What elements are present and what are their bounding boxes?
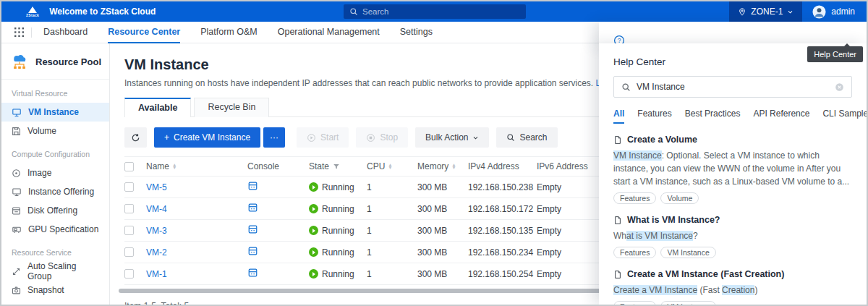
vm-name-link[interactable]: VM-5 bbox=[146, 182, 167, 192]
bulk-action-button[interactable]: Bulk Action bbox=[415, 127, 489, 148]
console-icon[interactable] bbox=[247, 203, 258, 213]
user-menu[interactable]: admin bbox=[802, 5, 867, 19]
clear-search-icon[interactable] bbox=[835, 82, 844, 92]
help-result: Create a VM Instance (Fast Creation) Cre… bbox=[613, 269, 852, 305]
tag[interactable]: Features bbox=[613, 301, 656, 305]
tag[interactable]: Features bbox=[613, 192, 656, 204]
help-center-panel: Help Center All Features Best Practices … bbox=[599, 43, 867, 305]
zone-selector[interactable]: ZONE-1 bbox=[729, 1, 802, 22]
vm-name-link[interactable]: VM-4 bbox=[146, 204, 167, 214]
filter-funnel-icon[interactable] bbox=[333, 163, 340, 170]
tag[interactable]: VM Instance bbox=[660, 247, 715, 258]
zstack-logo-text: ZStack bbox=[26, 14, 39, 17]
auto-scaling-icon bbox=[12, 267, 21, 276]
sidebar-item-instance-offering[interactable]: Instance Offering bbox=[1, 182, 109, 201]
help-tabs: All Features Best Practices API Referenc… bbox=[613, 109, 852, 124]
console-icon[interactable] bbox=[247, 224, 258, 234]
memory-value: 300 MB bbox=[417, 269, 468, 279]
select-all-checkbox[interactable] bbox=[124, 162, 134, 171]
stop-label: Stop bbox=[380, 132, 398, 143]
column-header-memory: Memory bbox=[417, 161, 448, 171]
help-search-box bbox=[613, 76, 852, 98]
vm-name-link[interactable]: VM-2 bbox=[146, 247, 167, 258]
resource-pool-header[interactable]: Resource Pool bbox=[1, 51, 109, 80]
resource-pool-label: Resource Pool bbox=[35, 56, 101, 67]
vm-name-link[interactable]: VM-1 bbox=[146, 269, 167, 279]
nav-item-dashboard[interactable]: Dashboard bbox=[43, 22, 88, 43]
username-label: admin bbox=[831, 7, 855, 17]
sidebar-item-label: GPU Specification bbox=[28, 224, 98, 234]
sidebar-item-disk-offering[interactable]: Disk Offering bbox=[1, 201, 109, 220]
welcome-text: Welcome to ZStack Cloud bbox=[49, 7, 156, 17]
sidebar-item-volume[interactable]: Volume bbox=[1, 122, 109, 140]
tag[interactable]: Volume bbox=[660, 192, 699, 204]
help-result-title: What is VM Instance? bbox=[627, 215, 720, 225]
sort-icon[interactable]: ▲▼ bbox=[172, 163, 176, 169]
tab-available[interactable]: Available bbox=[124, 98, 191, 117]
help-result-link[interactable]: Create a Volume bbox=[613, 135, 852, 145]
disk-offering-icon bbox=[12, 206, 21, 216]
sort-icon[interactable]: ▲▼ bbox=[451, 163, 456, 169]
tag[interactable]: VM Instance bbox=[660, 301, 715, 305]
refresh-button[interactable] bbox=[124, 127, 147, 148]
help-tab-cli-samples[interactable]: CLI Samples bbox=[822, 109, 867, 124]
running-state-icon bbox=[309, 226, 318, 235]
sidebar-item-gpu-specification[interactable]: GPU Specification bbox=[1, 220, 109, 239]
ipv4-value: 192.168.150.172 bbox=[468, 204, 537, 214]
zstack-logo[interactable]: ZStack bbox=[26, 7, 39, 17]
sidebar-item-snapshot[interactable]: Snapshot bbox=[1, 281, 109, 299]
sidebar-item-affinity-group[interactable]: Affinity Group bbox=[1, 299, 109, 306]
nav-item-resource-center[interactable]: Resource Center bbox=[108, 22, 180, 43]
console-icon[interactable] bbox=[247, 268, 258, 278]
help-tab-all[interactable]: All bbox=[613, 109, 624, 124]
search-icon bbox=[349, 7, 358, 16]
row-checkbox[interactable] bbox=[124, 226, 134, 235]
memory-value: 300 MB bbox=[417, 182, 468, 192]
row-checkbox[interactable] bbox=[124, 182, 134, 192]
stop-button[interactable]: Stop bbox=[356, 127, 408, 148]
row-checkbox[interactable] bbox=[124, 204, 134, 213]
sidebar-item-image[interactable]: Image bbox=[1, 163, 109, 182]
create-vm-instance-button[interactable]: + Create VM Instance bbox=[154, 127, 260, 148]
help-result-link[interactable]: Create a VM Instance (Fast Creation) bbox=[613, 269, 852, 279]
page-description-text: Instances running on hosts have independ… bbox=[124, 78, 593, 88]
state-label: Running bbox=[322, 226, 354, 236]
stop-icon bbox=[366, 133, 375, 143]
help-tab-api-reference[interactable]: API Reference bbox=[753, 109, 809, 124]
state-label: Running bbox=[322, 247, 354, 258]
help-tab-features[interactable]: Features bbox=[637, 109, 671, 124]
horizontal-scrollbar[interactable] bbox=[119, 289, 605, 293]
console-icon[interactable] bbox=[247, 246, 258, 256]
app-grid-icon[interactable] bbox=[14, 27, 24, 37]
sidebar-section-resource-service: Resource Service bbox=[1, 239, 109, 262]
tag[interactable]: Features bbox=[613, 247, 656, 258]
help-result-link[interactable]: What is VM Instance? bbox=[613, 215, 852, 225]
console-icon[interactable] bbox=[247, 181, 258, 191]
row-checkbox[interactable] bbox=[124, 247, 134, 257]
sort-icon[interactable]: ▲▼ bbox=[388, 163, 392, 169]
vm-name-link[interactable]: VM-3 bbox=[146, 226, 167, 236]
tab-recycle-bin[interactable]: Recycle Bin bbox=[194, 98, 269, 117]
nav-divider bbox=[31, 27, 32, 38]
cpu-value: 1 bbox=[367, 182, 417, 192]
sidebar-item-vm-instance[interactable]: VM Instance bbox=[1, 103, 109, 122]
more-actions-button[interactable]: ··· bbox=[263, 127, 285, 148]
nav-item-settings[interactable]: Settings bbox=[400, 22, 433, 43]
topbar-right: ZONE-1 admin bbox=[729, 1, 867, 22]
sidebar-item-auto-scaling-group[interactable]: Auto Scaling Group bbox=[1, 262, 109, 281]
start-button[interactable]: Start bbox=[297, 127, 349, 148]
nav-item-operational-management[interactable]: Operational Management bbox=[278, 22, 380, 43]
help-tab-best-practices[interactable]: Best Practices bbox=[685, 109, 741, 124]
table-search-button[interactable]: Search bbox=[496, 127, 557, 148]
row-checkbox[interactable] bbox=[124, 269, 134, 279]
main-nav: Dashboard Resource Center Platform O&M O… bbox=[1, 22, 867, 43]
global-search-input[interactable]: Search bbox=[344, 4, 526, 19]
help-result-snippet: What is VM Instance? bbox=[613, 229, 852, 242]
help-result-tags: Features Volume bbox=[613, 192, 852, 204]
help-search-input[interactable] bbox=[637, 82, 829, 92]
nav-item-platform-om[interactable]: Platform O&M bbox=[200, 22, 258, 43]
running-state-icon bbox=[309, 204, 318, 213]
column-header-cpu: CPU bbox=[367, 161, 385, 171]
create-vm-instance-label: Create VM Instance bbox=[174, 132, 250, 143]
memory-value: 300 MB bbox=[417, 247, 468, 258]
